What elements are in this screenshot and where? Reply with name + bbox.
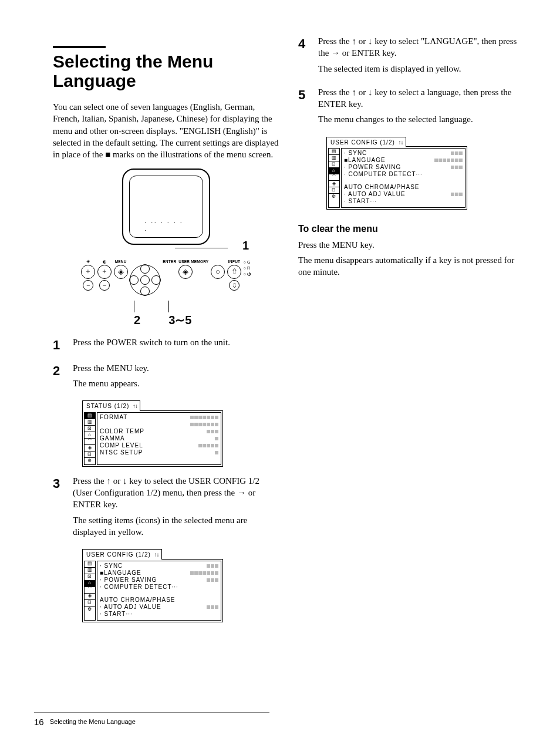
osd-category-icon[interactable]: ▤ [85, 413, 95, 419]
osd-row-label: · START··· [100, 610, 133, 618]
step-2: 2 Press the MENU key. The menu appears. [53, 362, 279, 393]
osd-tab: USER CONFIG (1/2) ↑↓ [326, 137, 406, 147]
intro-paragraph: You can select one of seven languages (E… [53, 101, 279, 160]
clear-text: Press the MENU key. [298, 239, 525, 251]
dpad-group [130, 260, 160, 298]
osd-row[interactable]: ■LANGUAGE [344, 157, 463, 164]
contrast-plus[interactable]: + [97, 265, 112, 279]
osd-row[interactable]: ■LANGUAGE [100, 570, 218, 577]
osd-category-icon[interactable]: ⌒ [85, 439, 95, 445]
osd-row[interactable]: · COMPUTER DETECT··· [344, 171, 463, 178]
osd-row[interactable]: COLOR TEMP [100, 428, 218, 435]
usermem-label: USER MEMORY [178, 260, 208, 264]
osd-row[interactable]: COMP LEVEL [100, 442, 218, 449]
osd-category-icon[interactable]: ⊟ [85, 600, 95, 607]
osd-row[interactable]: · COMPUTER DETECT··· [100, 584, 218, 591]
osd-row[interactable]: · AUTO ADJ VALUE [100, 604, 218, 611]
osd-row-label: NTSC SETUP [100, 449, 143, 457]
osd-tab: USER CONFIG (1/2) ↑↓ [82, 549, 162, 560]
osd-row-value [451, 151, 463, 155]
osd-category-icon[interactable]: ⚙ [85, 607, 95, 613]
dpad-right-icon[interactable] [151, 275, 161, 285]
usermem-button[interactable]: ○ [211, 265, 225, 279]
osd-userconfig-menu-2: USER CONFIG (1/2) ↑↓▤▥⊡⌂⌒◈⊟⚙· SYNC■LANGU… [326, 136, 467, 210]
step-5: 5 Press the or key to select a language,… [298, 86, 525, 129]
brightness-minus[interactable]: − [83, 280, 93, 291]
osd-category-icon[interactable]: ◈ [329, 181, 339, 187]
osd-row[interactable]: · POWER SAVING [100, 577, 218, 584]
osd-row[interactable]: · SYNC [344, 150, 463, 157]
input-up[interactable]: ⇧ [227, 265, 241, 279]
osd-row-value [207, 605, 218, 609]
osd-row[interactable] [100, 421, 218, 428]
osd-category-icon[interactable]: ⌂ [85, 581, 95, 587]
step-body: Press the MENU key. The menu appears. [73, 362, 279, 393]
osd-category-icon[interactable]: ◈ [85, 445, 95, 452]
osd-category-icon[interactable]: ⊡ [329, 161, 339, 168]
osd-row-label: · START··· [344, 197, 377, 205]
osd-row-label: · COMPUTER DETECT··· [344, 170, 423, 178]
osd-row-value [215, 451, 218, 454]
callout-1-line [175, 248, 228, 248]
dpad-up-icon[interactable] [140, 264, 150, 274]
osd-row[interactable]: AUTO CHROMA/PHASE [344, 184, 463, 191]
input-label: INPUT [227, 260, 241, 265]
input-down[interactable]: ⇩ [229, 280, 239, 291]
step-text: The setting items (icons) in the selecte… [73, 514, 279, 538]
arrow-down-icon [368, 87, 373, 97]
osd-row[interactable]: · SYNC [100, 562, 218, 570]
led-power-icon: ⏻ [244, 271, 251, 277]
osd-category-icon[interactable]: ⊟ [329, 187, 339, 194]
osd-icon-column: ▤▥⊡⌂⌒◈⊟⚙ [328, 148, 340, 208]
osd-category-icon[interactable]: ⌂ [85, 432, 95, 439]
step-1: 1 Press the POWER switch to turn on the … [53, 336, 279, 354]
osd-body: ▤▥⊡⌂⌒◈⊟⚙FORMATCOLOR TEMPGAMMACOMP LEVELN… [82, 410, 223, 467]
dpad-down-icon[interactable] [140, 287, 150, 296]
menu-button[interactable]: ◈ [114, 265, 128, 279]
step-body: Press the or key to select the USER CONF… [73, 475, 279, 541]
monitor-bezel: · ·· · · · · · [122, 169, 210, 245]
osd-category-icon[interactable]: ⚙ [329, 194, 339, 200]
osd-category-icon[interactable]: ▤ [85, 561, 95, 568]
osd-row[interactable]: NTSC SETUP [100, 449, 218, 456]
osd-row[interactable]: · POWER SAVING [344, 164, 463, 171]
osd-category-icon[interactable]: ⊡ [85, 574, 95, 581]
page-footer: 16 Selecting the Menu Language [34, 712, 269, 728]
brightness-group: ☀ +− [81, 260, 95, 291]
page-number: 16 [34, 716, 44, 728]
dpad-center-icon[interactable] [140, 275, 150, 285]
osd-category-icon[interactable]: ⌒ [329, 174, 339, 181]
osd-category-icon[interactable]: ⊡ [85, 426, 95, 432]
contrast-minus[interactable]: − [99, 280, 110, 291]
step-text: Press the or key to select "LANGUAGE", t… [318, 35, 525, 59]
osd-category-icon[interactable]: ▥ [85, 568, 95, 574]
osd-category-icon[interactable]: ⚙ [85, 458, 95, 464]
osd-row[interactable]: GAMMA [100, 435, 218, 442]
osd-category-icon[interactable]: ▥ [85, 419, 95, 426]
osd-row[interactable]: AUTO CHROMA/PHASE [100, 597, 218, 604]
osd-category-icon[interactable]: ◈ [85, 594, 95, 600]
bezel-indicators: · ·· · · · · · [145, 218, 188, 234]
osd-category-icon[interactable]: ▥ [329, 155, 339, 161]
osd-row[interactable]: · START··· [100, 611, 218, 618]
osd-category-icon[interactable]: ▤ [329, 149, 339, 155]
osd-list: · SYNC■LANGUAGE· POWER SAVING· COMPUTER … [97, 561, 221, 621]
enter-label: ENTER [163, 260, 176, 264]
brightness-plus[interactable]: + [81, 265, 95, 279]
step-text: Press the MENU key. [73, 362, 279, 374]
osd-row[interactable]: · AUTO ADJ VALUE [344, 191, 463, 198]
osd-category-icon[interactable]: ⊟ [85, 452, 95, 458]
arrow-right-icon [237, 488, 246, 497]
osd-category-icon[interactable]: ⌒ [85, 587, 95, 594]
osd-row-value [190, 416, 218, 419]
clear-heading: To clear the menu [298, 223, 525, 235]
osd-category-icon[interactable]: ⌂ [329, 168, 339, 174]
osd-row[interactable]: FORMAT [100, 414, 218, 421]
callout-2: 2 [134, 315, 140, 328]
dpad[interactable] [130, 265, 160, 295]
enter-button[interactable]: ◈ [178, 265, 193, 279]
dpad-left-icon[interactable] [129, 275, 139, 285]
osd-row[interactable]: · START··· [344, 198, 463, 205]
contrast-icon: ◐ [97, 260, 112, 265]
arrow-right-icon [331, 48, 340, 58]
